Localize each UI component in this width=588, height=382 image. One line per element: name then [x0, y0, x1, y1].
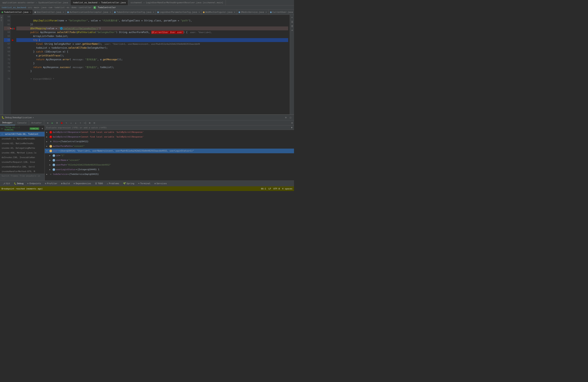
stack-item-5[interactable]: doInvoke:190, InvocableHan: [0, 155, 44, 160]
line-ending[interactable]: LF: [269, 188, 271, 190]
stepinto-icon[interactable]: ↓: [69, 121, 73, 125]
close-icon[interactable]: ×: [63, 11, 64, 13]
close-icon[interactable]: ×: [110, 11, 111, 13]
services-button[interactable]: ⚙ Services: [153, 182, 168, 185]
dependencies-button[interactable]: ≋ Dependencies: [72, 182, 93, 185]
problems-button[interactable]: ⚠ Problems: [105, 182, 121, 185]
filter-icon[interactable]: ▼: [42, 127, 43, 130]
todo-button[interactable]: ☰ TODO: [94, 182, 105, 185]
tab-sysasset[interactable]: application-assets-center – SysAssetCont…: [0, 0, 71, 5]
eval-input[interactable]: [46, 127, 290, 129]
stack-item-1[interactable]: invoke0:-1, NativeMethodAc: [0, 137, 44, 141]
breadcrumb-main[interactable]: main: [34, 6, 39, 9]
var-item-author[interactable]: ▶ ○ authorFormPath = "vincent": [45, 144, 294, 149]
eval-toolbar: ▼: [45, 126, 294, 130]
resume-icon[interactable]: ▶: [50, 121, 54, 125]
var-item-loginstatus[interactable]: ▶ f userLoginStatus = {Integer@10449} 1: [45, 167, 294, 172]
debugger-tab[interactable]: Debugger: [0, 120, 15, 125]
terminal-icon: ⌨: [138, 182, 140, 185]
file-tab-webmvc[interactable]: WebMvcConfigurer.java ×: [201, 10, 237, 15]
breadcrumb-java[interactable]: java: [41, 6, 46, 9]
forceinto-icon[interactable]: ↡: [74, 121, 78, 125]
stepout-icon[interactable]: ↑: [78, 121, 82, 125]
line-col[interactable]: 66:1: [261, 188, 266, 190]
var-item-1[interactable]: ▶ ! bulkByScrollResponse = Cannot find l…: [45, 135, 294, 139]
show-frames-icon[interactable]: ≡: [46, 121, 50, 125]
bigdata-icon[interactable]: BD: [290, 24, 294, 28]
spring-button[interactable]: 🌱 Spring: [122, 182, 136, 185]
runtocursor-icon[interactable]: →|: [83, 121, 87, 125]
expand-icon[interactable]: ▢: [289, 116, 293, 119]
breadcrumb-src[interactable]: src: [28, 6, 32, 9]
switch-frames[interactable]: Switch frames from anywhere in ...: [0, 174, 44, 180]
breadcrumb-es[interactable]: es: [67, 6, 69, 9]
charset[interactable]: UTF-8: [273, 188, 280, 190]
var-item-id[interactable]: ▶ f id = "1": [45, 153, 294, 158]
build-icon: ⊞: [61, 182, 63, 185]
eval-dropdown-icon[interactable]: ▼: [291, 126, 293, 129]
close-icon[interactable]: ×: [199, 11, 200, 13]
settings-icon[interactable]: ⚙: [284, 116, 288, 119]
tab-loginuser[interactable]: scchannel – LoginUserHandlerMethodArgume…: [128, 0, 226, 5]
field-icon: f: [53, 154, 55, 157]
breadcrumb-todocontroller-class[interactable]: C TodoController: [94, 6, 116, 9]
breadcrumb-demo[interactable]: demo: [71, 6, 77, 9]
close-icon[interactable]: ×: [30, 11, 31, 13]
profiler-button[interactable]: ⊘ Profiler: [43, 182, 59, 185]
debug-button[interactable]: 🐛 Debug: [12, 182, 25, 185]
indent[interactable]: 4 spaces: [282, 188, 293, 190]
actuator-tab[interactable]: Actuator: [29, 120, 44, 125]
file-dot: [270, 11, 272, 13]
eval-icon[interactable]: ⊞: [88, 121, 92, 125]
gutter-icon-project[interactable]: P: [1, 17, 2, 19]
debug-controls: ≡ ▶ ⏸ ■ ↷ ↓ ↡ ↑ →| ⊞ ⊟: [46, 120, 96, 125]
stack-item-7[interactable]: invokeAndHandle:106, Servl: [0, 165, 44, 169]
breadcrumb-controller[interactable]: controller: [79, 6, 91, 9]
build-button[interactable]: ⊞ Build: [60, 182, 71, 185]
git-button[interactable]: ⎇ Git: [1, 182, 12, 185]
maven-icon[interactable]: m: [290, 16, 294, 20]
debug-panel: 🐛 Debug DemoApplication × ⚙ ▢ Debugger C…: [0, 114, 294, 180]
gutter-icon-commit[interactable]: C: [1, 19, 2, 21]
file-dot: [203, 11, 205, 13]
breadcrumb-project[interactable]: todolist_es_backend: [1, 6, 26, 9]
stack-item-0[interactable]: ○ selectAllTodo:66, TodoCont: [0, 132, 44, 137]
notifications-icon[interactable]: N: [290, 28, 294, 32]
file-tab-currentuser[interactable]: CurrentUser.java ×: [269, 10, 294, 15]
close-icon[interactable]: ×: [234, 11, 235, 13]
stack-item-4[interactable]: invoke:498, Method {java.la: [0, 150, 44, 155]
breadcrumb-todolist[interactable]: todolist: [54, 6, 65, 9]
stack-item-6[interactable]: invokeForRequest:138, Invo: [0, 160, 44, 165]
file-tab-authinterceptor[interactable]: AuthenticationInterceptor.java ×: [66, 10, 113, 15]
close-icon[interactable]: ×: [153, 11, 154, 13]
file-tab-usercontroller[interactable]: UserController.java ×: [33, 10, 66, 15]
code-content[interactable]: @ApiImplicitParam(name = "belongAuthor",…: [15, 15, 290, 114]
var-item-0[interactable]: ▶ ! bulkByScrollResponse = Cannot find l…: [45, 130, 294, 135]
layout-icon[interactable]: ⊟: [92, 121, 96, 125]
file-tab-iredis[interactable]: IRedisService.java ×: [237, 10, 269, 15]
stack-item-3[interactable]: invoke:43, DelegatingMetho: [0, 146, 44, 150]
var-item-this[interactable]: ▶ ≡ this = {TodoController@10412}: [45, 139, 294, 144]
close-icon[interactable]: ×: [266, 11, 267, 13]
var-item-userpwd[interactable]: ▶ f userPwd = "011e4a242b6235b0d482933aa…: [45, 163, 294, 167]
bottom-toolbar: ⎇ Git 🐛 Debug ⊳ Endpoints ⊘ Profiler ⊞ B…: [0, 180, 294, 186]
pause-icon[interactable]: ⏸: [55, 121, 59, 125]
endpoints-button[interactable]: ⊳ Endpoints: [26, 182, 42, 185]
file-tab-todocontroller[interactable]: TodoController.java ×: [0, 10, 33, 15]
tab-todocontroller[interactable]: todolist_es_backend – TodoController.jav…: [71, 0, 128, 5]
stack-item-8[interactable]: invokeHandlerMethod:879, M: [0, 169, 44, 174]
stop-icon[interactable]: ■: [60, 121, 63, 125]
close-debug-icon[interactable]: ×: [32, 116, 34, 119]
file-tab-tokenconfig[interactable]: TokenInterceptorConfig.java ×: [113, 10, 156, 15]
breadcrumb-com[interactable]: com: [48, 6, 52, 9]
restore-icon[interactable]: ⊡: [290, 121, 294, 125]
file-tab-loginuserconfig[interactable]: LoginUserParameterConfig.java ×: [156, 10, 201, 15]
stack-item-2[interactable]: invoke:62, NativeMethodAc: [0, 141, 44, 146]
var-item-todoservice[interactable]: ▶ ∞ todoService = {TodoServiceImpl@10415…: [45, 172, 294, 177]
var-item-user[interactable]: ▼ ○ user = {User@10414} "User(id=1, user…: [45, 149, 294, 153]
stepover-icon[interactable]: ↷: [64, 121, 68, 125]
console-tab[interactable]: Console: [15, 120, 29, 125]
database-icon[interactable]: DB: [290, 20, 294, 24]
terminal-button[interactable]: ⌨ Terminal: [137, 182, 152, 185]
var-item-username[interactable]: ▶ f userName = "vincent": [45, 158, 294, 163]
